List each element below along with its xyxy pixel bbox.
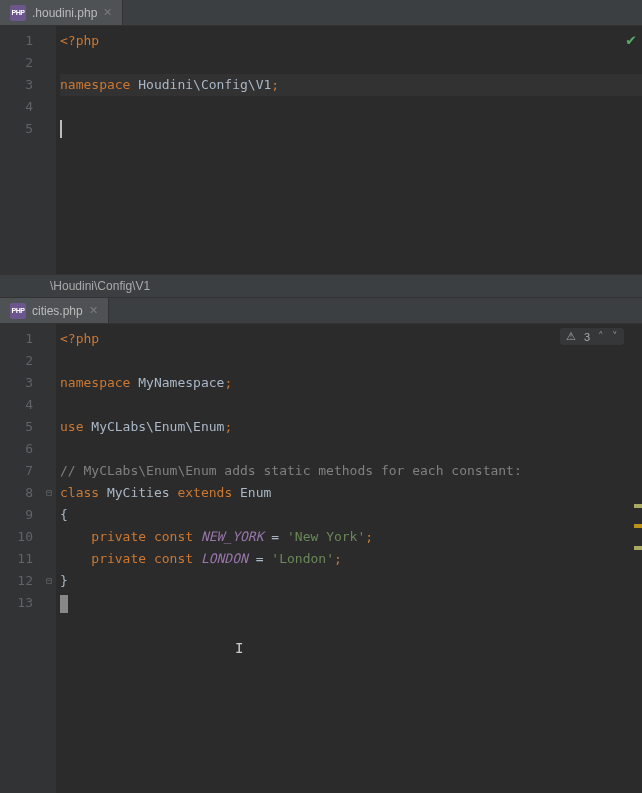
caret <box>60 120 62 138</box>
editor-top[interactable]: 12345 <?php namespace Houdini\Config\V1;… <box>0 26 642 274</box>
php-open-tag: <?php <box>60 33 99 48</box>
close-icon[interactable]: ✕ <box>103 6 112 19</box>
tab-bar-bottom: PHP cities.php ✕ <box>0 298 642 324</box>
tab-bar-top: PHP .houdini.php ✕ <box>0 0 642 26</box>
tab-filename: .houdini.php <box>32 6 97 20</box>
warning-icon: ⚠ <box>566 330 576 343</box>
chevron-up-icon[interactable]: ˄ <box>598 330 604 343</box>
breadcrumb[interactable]: \Houdini\Config\V1 <box>0 274 642 298</box>
gutter-bottom: 12345678910111213 <box>0 324 42 793</box>
breadcrumb-text: \Houdini\Config\V1 <box>50 279 150 293</box>
tab-cities-php[interactable]: PHP cities.php ✕ <box>0 298 109 323</box>
php-file-icon: PHP <box>10 5 26 21</box>
fold-toggle-icon[interactable]: ⊟ <box>42 482 56 504</box>
inspection-widget[interactable]: ⚠ 3 ˄ ˅ <box>560 328 624 345</box>
code-area-top[interactable]: <?php namespace Houdini\Config\V1; <box>56 26 642 274</box>
editor-bottom[interactable]: 12345678910111213 ⊟⊟ <?php namespace MyN… <box>0 324 642 793</box>
fold-gutter-bottom[interactable]: ⊟⊟ <box>42 324 56 793</box>
chevron-down-icon[interactable]: ˅ <box>612 330 618 343</box>
inspection-ok-icon[interactable]: ✔ <box>626 30 636 49</box>
php-file-icon: PHP <box>10 303 26 319</box>
tab-houdini-php[interactable]: PHP .houdini.php ✕ <box>0 0 123 25</box>
tab-filename: cities.php <box>32 304 83 318</box>
gutter-top: 12345 <box>0 26 42 274</box>
caret-block <box>60 595 68 613</box>
fold-end-icon[interactable]: ⊟ <box>42 570 56 592</box>
code-area-bottom[interactable]: <?php namespace MyNamespace; use MyCLabs… <box>56 324 642 793</box>
warning-count: 3 <box>584 331 590 343</box>
close-icon[interactable]: ✕ <box>89 304 98 317</box>
fold-gutter-top <box>42 26 56 274</box>
